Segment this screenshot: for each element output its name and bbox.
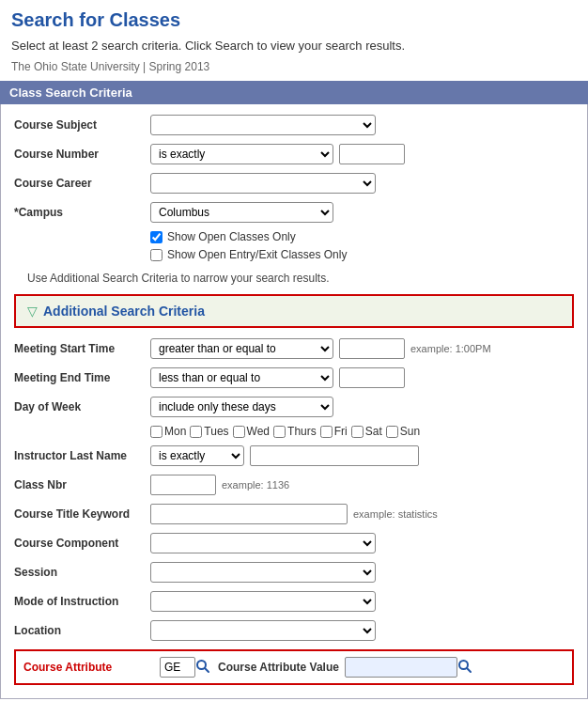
course-title-keyword-input[interactable] xyxy=(150,504,348,524)
course-subject-row: Course Subject xyxy=(14,114,574,136)
university-info: The Ohio State University | Spring 2013 xyxy=(0,58,588,81)
course-number-operator-select[interactable]: is exactly greater than or equal to less… xyxy=(150,144,333,164)
friday-label[interactable]: Fri xyxy=(320,425,348,438)
use-additional-text: Use Additional Search Criteria to narrow… xyxy=(14,266,574,287)
end-time-operator-select[interactable]: less than or equal to greater than or eq… xyxy=(150,367,333,388)
campus-select[interactable]: Columbus xyxy=(150,202,333,223)
location-select[interactable] xyxy=(150,620,376,641)
sunday-checkbox[interactable] xyxy=(386,426,398,438)
session-row: Session xyxy=(14,561,574,584)
additional-criteria-label: Additional Search Criteria xyxy=(43,304,205,319)
friday-checkbox[interactable] xyxy=(320,426,333,438)
instructor-operator-select[interactable]: is exactly contains xyxy=(150,445,244,466)
course-number-label: Course Number xyxy=(14,148,150,161)
show-open-classes-label: Show Open Classes Only xyxy=(167,230,296,243)
monday-label[interactable]: Mon xyxy=(150,425,186,438)
tuesday-checkbox[interactable] xyxy=(190,426,202,438)
subtitle-text: Select at least 2 search criteria. Click… xyxy=(0,35,588,58)
location-label: Location xyxy=(14,624,150,637)
course-attribute-value-label: Course Attribute Value xyxy=(218,661,339,674)
mode-of-instruction-row: Mode of Instruction xyxy=(14,590,574,613)
meeting-end-time-label: Meeting End Time xyxy=(14,371,150,384)
course-component-select[interactable] xyxy=(150,533,376,553)
start-time-operator-select[interactable]: greater than or equal to less than or eq… xyxy=(150,338,333,359)
statistics-example: example: statistics xyxy=(353,508,438,520)
course-number-input[interactable] xyxy=(339,144,405,164)
sunday-label[interactable]: Sun xyxy=(386,425,420,438)
show-open-classes-row: Show Open Classes Only xyxy=(150,230,574,243)
meeting-start-time-row: Meeting Start Time greater than or equal… xyxy=(14,337,574,360)
course-attribute-search-icon[interactable] xyxy=(195,659,212,676)
course-attribute-label: Course Attribute xyxy=(23,661,160,674)
show-open-entry-checkbox[interactable] xyxy=(150,249,162,261)
monday-checkbox[interactable] xyxy=(150,426,162,438)
course-title-keyword-row: Course Title Keyword example: statistics xyxy=(14,503,574,525)
class-nbr-input[interactable] xyxy=(150,475,216,495)
campus-row: *Campus Columbus xyxy=(14,201,574,224)
course-career-row: Course Career xyxy=(14,172,574,195)
day-of-week-row: Day of Week include only these days excl… xyxy=(14,396,574,418)
course-attribute-value-input[interactable] xyxy=(345,657,457,678)
class-search-criteria-body: Course Subject Course Number is exactly … xyxy=(0,104,588,699)
course-attribute-row: Course Attribute Course Attribute Value xyxy=(14,649,574,685)
instructor-last-name-label: Instructor Last Name xyxy=(14,449,150,462)
wednesday-checkbox[interactable] xyxy=(233,426,245,438)
wednesday-label[interactable]: Wed xyxy=(233,425,270,438)
show-open-entry-row: Show Open Entry/Exit Classes Only xyxy=(150,248,574,261)
mode-of-instruction-label: Mode of Instruction xyxy=(14,595,150,608)
meeting-start-time-label: Meeting Start Time xyxy=(14,342,150,355)
thursday-checkbox[interactable] xyxy=(273,426,286,438)
start-time-example: example: 1:00PM xyxy=(410,343,491,354)
instructor-last-name-input[interactable] xyxy=(250,445,419,466)
end-time-input[interactable] xyxy=(339,367,405,388)
show-open-classes-checkbox[interactable] xyxy=(150,231,162,243)
saturday-checkbox[interactable] xyxy=(351,426,364,438)
mode-of-instruction-select[interactable] xyxy=(150,591,376,612)
course-attribute-value-search-icon[interactable] xyxy=(457,659,474,676)
day-of-week-label: Day of Week xyxy=(14,400,150,413)
section-header: Class Search Criteria xyxy=(0,81,588,104)
course-career-select[interactable] xyxy=(150,173,376,194)
course-career-label: Course Career xyxy=(14,177,150,190)
page-title: Search for Classes xyxy=(0,0,588,35)
location-row: Location xyxy=(14,619,574,642)
course-component-label: Course Component xyxy=(14,537,150,550)
course-title-keyword-label: Course Title Keyword xyxy=(14,507,150,521)
session-label: Session xyxy=(14,566,150,579)
meeting-end-time-row: Meeting End Time less than or equal to g… xyxy=(14,366,574,389)
day-checkboxes-row: Mon Tues Wed Thurs Fri Sat Sun xyxy=(150,425,574,438)
start-time-input[interactable] xyxy=(339,338,405,359)
tuesday-label[interactable]: Tues xyxy=(190,425,228,438)
class-nbr-label: Class Nbr xyxy=(14,478,150,491)
expand-arrow-icon: ▽ xyxy=(27,304,38,319)
additional-criteria-section[interactable]: ▽ Additional Search Criteria xyxy=(14,294,574,328)
campus-label: *Campus xyxy=(14,206,150,219)
svg-line-1 xyxy=(205,668,209,672)
course-component-row: Course Component xyxy=(14,532,574,554)
course-number-row: Course Number is exactly greater than or… xyxy=(14,143,574,165)
saturday-label[interactable]: Sat xyxy=(351,425,382,438)
session-select[interactable] xyxy=(150,562,376,583)
course-attribute-input[interactable] xyxy=(160,657,195,678)
class-nbr-example: example: 1136 xyxy=(222,479,289,491)
thursday-label[interactable]: Thurs xyxy=(273,425,317,438)
show-open-entry-label: Show Open Entry/Exit Classes Only xyxy=(167,248,347,261)
day-of-week-operator-select[interactable]: include only these days exclude these da… xyxy=(150,397,333,417)
class-nbr-row: Class Nbr example: 1136 xyxy=(14,474,574,496)
svg-line-3 xyxy=(467,668,471,672)
course-subject-select[interactable] xyxy=(150,115,376,135)
instructor-last-name-row: Instructor Last Name is exactly contains xyxy=(14,444,574,467)
course-subject-label: Course Subject xyxy=(14,118,150,132)
